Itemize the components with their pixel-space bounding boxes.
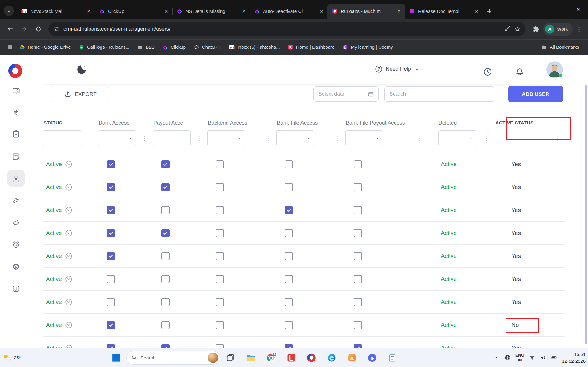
l-app-button[interactable] [285, 352, 297, 364]
access-checkbox[interactable] [107, 252, 115, 260]
access-checkbox[interactable] [216, 160, 224, 168]
column-menu-icon[interactable]: ⋮ [196, 134, 202, 142]
browser-profile-chip[interactable]: A Work [543, 23, 573, 36]
access-checkbox[interactable] [285, 183, 293, 191]
tab-close-icon[interactable]: ✕ [318, 8, 325, 15]
password-key-icon[interactable] [504, 26, 510, 32]
back-button[interactable] [4, 23, 17, 36]
column-header-deleted[interactable]: Deleted [427, 120, 495, 126]
column-header-status[interactable]: STATUS [43, 120, 98, 126]
reload-button[interactable] [32, 23, 45, 36]
status-dropdown-icon[interactable] [65, 344, 73, 348]
access-checkbox[interactable] [107, 183, 115, 191]
access-checkbox[interactable] [216, 183, 224, 191]
volume-icon[interactable] [540, 354, 546, 361]
access-checkbox[interactable] [216, 298, 224, 306]
status-dropdown-icon[interactable] [65, 298, 73, 306]
column-menu-icon[interactable]: ⋮ [483, 134, 490, 142]
access-checkbox[interactable] [216, 206, 224, 214]
wifi-icon[interactable] [529, 354, 535, 361]
access-checkbox[interactable] [107, 275, 115, 283]
access-checkbox[interactable] [354, 206, 362, 214]
access-checkbox[interactable] [216, 344, 224, 348]
browser-tab[interactable]: NovoStack Mail✕ [17, 4, 95, 19]
browser-menu-button[interactable]: ⋮ [574, 25, 584, 33]
deleted-filter-select[interactable] [438, 130, 476, 146]
access-checkbox[interactable] [107, 298, 115, 306]
tab-close-icon[interactable]: ✕ [473, 8, 480, 15]
edge-button[interactable] [326, 352, 338, 364]
bookmark-item[interactable]: Home - Google Drive [15, 43, 75, 52]
access-checkbox[interactable] [161, 321, 170, 329]
access-checkbox[interactable] [285, 252, 293, 260]
forward-button[interactable] [18, 23, 31, 36]
status-dropdown-icon[interactable] [65, 252, 73, 260]
browser-tab[interactable]: RuLoans - Much m✕ [327, 4, 405, 19]
select-date-input[interactable] [318, 91, 365, 97]
access-checkbox[interactable] [161, 183, 170, 191]
network-globe-icon[interactable] [504, 354, 511, 361]
access-checkbox[interactable] [107, 206, 115, 214]
column-header-bank-file-payout-access[interactable]: Bank File Payout Access [345, 120, 427, 126]
browser-tab[interactable]: Auto-Deactivate Cl✕ [250, 4, 327, 19]
bookmark-item[interactable]: My learning | Udemy [338, 43, 397, 52]
tab-close-icon[interactable]: ✕ [85, 8, 92, 15]
tab-close-icon[interactable]: ✕ [395, 8, 403, 15]
status-dropdown-icon[interactable] [65, 321, 73, 329]
add-user-button[interactable]: ADD USER [508, 86, 563, 102]
access-checkbox[interactable] [107, 229, 115, 237]
column-header-active-status[interactable]: ACTIVE STATUS [495, 120, 565, 126]
dark-mode-moon-icon[interactable] [76, 63, 88, 75]
bank-file-payout-access-filter-select[interactable] [345, 130, 383, 146]
column-menu-icon[interactable]: ⋮ [334, 134, 340, 142]
access-checkbox[interactable] [354, 160, 362, 168]
chrome-button[interactable]: A [265, 352, 277, 364]
sidebar-item-journal[interactable] [7, 280, 25, 297]
task-view-button[interactable] [224, 352, 237, 364]
payout-acce-filter-select[interactable] [153, 130, 191, 146]
battery-icon[interactable] [551, 354, 557, 361]
access-checkbox[interactable] [285, 206, 293, 214]
sidebar-item-approvals[interactable] [7, 125, 25, 142]
access-checkbox[interactable] [285, 298, 293, 306]
language-indicator[interactable]: ENG IN [515, 353, 524, 362]
access-checkbox[interactable] [216, 321, 224, 329]
sidebar-item-users[interactable] [7, 170, 25, 187]
column-menu-icon[interactable]: ⋮ [87, 134, 93, 142]
bookmark-item[interactable]: ChatGPT [190, 43, 225, 52]
minimize-button[interactable]: — [529, 0, 549, 19]
access-checkbox[interactable] [285, 344, 293, 348]
taskbar-search[interactable]: Search [126, 351, 220, 365]
column-header-bank-access[interactable]: Bank Access [98, 120, 153, 126]
search-input[interactable] [389, 91, 490, 97]
tab-close-icon[interactable]: ✕ [240, 8, 247, 15]
status-dropdown-icon[interactable] [65, 183, 73, 191]
ruloans-logo[interactable] [8, 63, 23, 78]
access-checkbox[interactable] [161, 344, 170, 348]
tab-close-icon[interactable]: ✕ [163, 8, 170, 15]
weather-widget[interactable]: 25° [2, 348, 21, 367]
access-checkbox[interactable] [354, 298, 362, 306]
column-menu-icon[interactable]: ⋮ [141, 134, 148, 142]
column-header-bank-file-access[interactable]: Bank File Access [276, 120, 345, 126]
access-checkbox[interactable] [354, 344, 362, 348]
sidebar-item-tools[interactable] [7, 191, 25, 209]
access-checkbox[interactable] [107, 344, 115, 348]
bookmark-item[interactable]: Inbox (5) - ahtesha... [225, 43, 284, 52]
discord-button[interactable] [366, 352, 378, 364]
access-checkbox[interactable] [216, 229, 224, 237]
access-checkbox[interactable] [216, 252, 224, 260]
column-menu-icon[interactable]: ⋮ [265, 134, 271, 142]
notifications-bell-icon[interactable] [515, 67, 524, 76]
start-button[interactable] [110, 352, 122, 364]
browser-tab[interactable]: ClickUp✕ [95, 4, 172, 19]
need-help-menu[interactable]: Need Help [375, 65, 420, 73]
access-checkbox[interactable] [161, 160, 170, 168]
backend-access-filter-select[interactable] [207, 130, 245, 146]
access-checkbox[interactable] [285, 275, 293, 283]
access-checkbox[interactable] [161, 206, 170, 214]
access-checkbox[interactable] [285, 160, 293, 168]
status-dropdown-icon[interactable] [65, 275, 73, 283]
access-checkbox[interactable] [354, 321, 362, 329]
sidebar-item-reports[interactable] [7, 148, 25, 165]
